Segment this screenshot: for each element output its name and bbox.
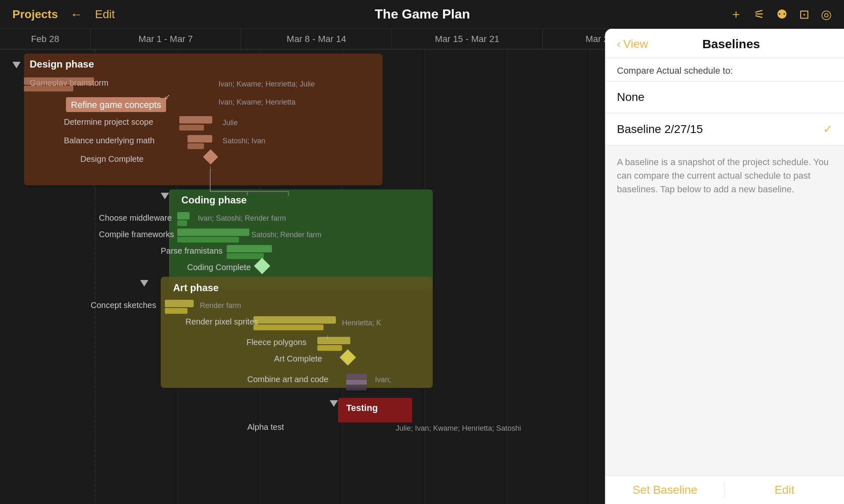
baseline-option-date[interactable]: Baseline 2/27/15 ✓ <box>605 113 844 145</box>
set-baseline-button[interactable]: Set Baseline <box>605 475 724 504</box>
task-label-refine: Refine game concepts <box>66 98 166 112</box>
task-label-alpha: Alpha test <box>247 422 284 432</box>
baseline-none-label: None <box>617 91 645 104</box>
person-icon[interactable]: ⚉ <box>776 7 788 21</box>
task-label-coding-complete: Coding Complete <box>187 263 251 272</box>
eye-icon[interactable]: ◎ <box>821 7 832 21</box>
task-bar-concept <box>165 308 188 314</box>
task-label-math: Balance underlying math <box>64 136 155 145</box>
assignee-render: Henrietta; K <box>342 319 381 327</box>
task-bar-concept-baseline <box>165 300 194 307</box>
panel-back-label: View <box>623 37 648 51</box>
task-bar-scope <box>179 125 204 131</box>
assignee-compile: Satoshi; Render farm <box>251 231 321 239</box>
task-bar-parse <box>227 253 264 259</box>
task-bar-combine-3 <box>346 385 367 390</box>
edit-baselines-button[interactable]: Edit <box>725 475 844 504</box>
task-bar-combine-2 <box>346 380 367 385</box>
task-bar-middleware-baseline <box>177 212 190 219</box>
panel-back-button[interactable]: ‹ View <box>617 37 648 51</box>
assignee-math: Satoshi; Ivan <box>223 137 265 145</box>
assignee-scope: Julie <box>223 119 238 127</box>
edit-button[interactable]: Edit <box>95 8 115 21</box>
task-bar-gameplay-baseline <box>24 77 94 85</box>
panel-title: Baselines <box>655 37 808 51</box>
projects-button[interactable]: Projects <box>12 8 58 21</box>
task-label-render: Render pixel sprites <box>185 317 258 327</box>
design-phase-label: Design phase <box>30 58 94 70</box>
testing-phase-label: Testing <box>346 403 378 413</box>
task-bar-math-baseline <box>188 135 212 142</box>
task-label-fleece: Fleece polygons <box>246 338 307 347</box>
task-bar-compile <box>177 237 239 243</box>
page-title: The Game Plan <box>375 7 470 21</box>
assignee-concept: Render farm <box>200 301 241 310</box>
task-bar-fleece-baseline <box>317 337 350 344</box>
task-bar-combine-1 <box>346 374 367 379</box>
add-icon[interactable]: ＋ <box>730 6 742 23</box>
back-button[interactable]: ← <box>70 7 83 21</box>
task-label-concept: Concept sketches <box>91 301 156 310</box>
top-bar: Projects ← Edit The Game Plan ＋ ⚟ ⚉ ⊡ ◎ <box>0 0 844 29</box>
panel-description: A baseline is a snapshot of the project … <box>605 145 844 475</box>
task-label-design-complete: Design Complete <box>80 154 143 164</box>
task-label-compile: Compile frameworks <box>99 230 174 239</box>
briefcase-icon[interactable]: ⊡ <box>799 7 809 21</box>
task-bar-fleece <box>317 345 342 351</box>
task-bar-middleware <box>177 220 187 226</box>
art-phase-label: Art phase <box>173 282 219 294</box>
col-feb28: Feb 28 <box>0 29 91 49</box>
baseline-date-label: Baseline 2/27/15 <box>617 123 703 136</box>
task-label-scope: Determine project scope <box>64 117 153 127</box>
task-bar-render <box>253 324 324 330</box>
design-collapse-icon[interactable] <box>12 62 21 68</box>
design-complete-arrow: ↓ <box>209 164 212 173</box>
assignee-refine: Ivan; Kwame; Henrietta <box>218 98 295 107</box>
baseline-option-none[interactable]: None <box>605 82 844 113</box>
col-mar1: Mar 1 - Mar 7 <box>91 29 241 49</box>
art-collapse-icon[interactable] <box>140 280 148 287</box>
assignee-gameplay: Ivan; Kwame; Henrietta; Julie <box>218 80 315 89</box>
col-mar15: Mar 15 - Mar 21 <box>392 29 543 49</box>
task-bar-math <box>188 143 204 149</box>
task-bar-render-baseline <box>253 316 336 324</box>
coding-collapse-icon[interactable] <box>161 193 169 199</box>
task-label-art-complete: Art Complete <box>274 354 322 364</box>
task-label-parse: Parse framistans <box>161 246 223 256</box>
task-bar-parse-baseline <box>227 245 272 252</box>
panel-compare-label: Compare Actual schedule to: <box>605 58 844 82</box>
col-mar8: Mar 8 - Mar 14 <box>241 29 392 49</box>
testing-collapse-icon[interactable] <box>330 400 338 407</box>
baselines-panel: ‹ View Baselines Compare Actual schedule… <box>605 29 844 504</box>
assignee-middleware: Ivan; Satoshi; Render farm <box>198 214 286 223</box>
assignee-alpha: Julie; Ivan; Kwame; Henrietta; Satoshi <box>396 424 521 433</box>
task-label-middleware: Choose middleware <box>99 213 172 223</box>
task-bar-compile-baseline <box>177 229 249 236</box>
task-label-combine: Combine art and code <box>247 375 328 384</box>
layers-icon[interactable]: ⚟ <box>754 7 765 21</box>
chevron-left-icon: ‹ <box>617 37 621 51</box>
panel-header: ‹ View Baselines <box>605 29 844 58</box>
baseline-date-check: ✓ <box>823 122 832 136</box>
panel-footer: Set Baseline Edit <box>605 475 844 504</box>
task-bar-scope-baseline <box>179 116 212 124</box>
coding-phase-label: Coding phase <box>181 194 247 206</box>
assignee-combine: Ivan; <box>375 376 391 384</box>
task-bar-gameplay <box>24 86 73 91</box>
